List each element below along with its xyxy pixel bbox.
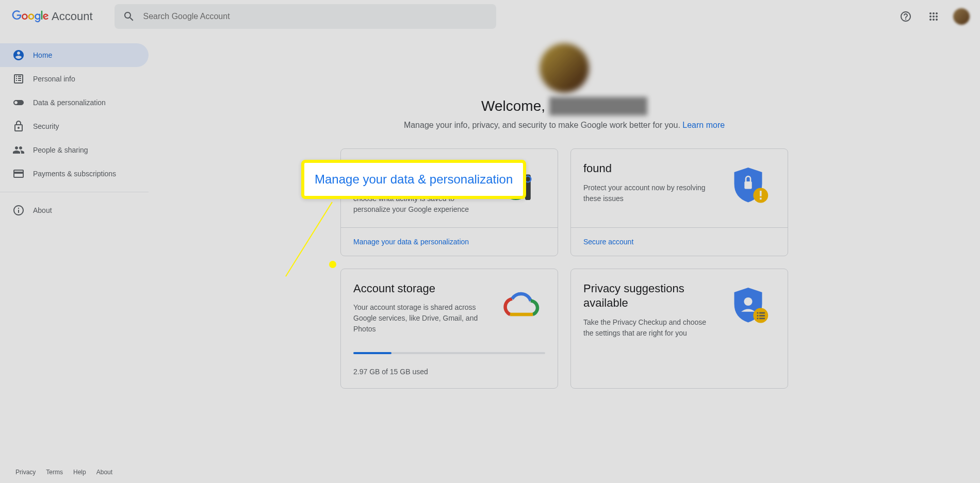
help-icon bbox=[900, 10, 912, 23]
nav-label: Payments & subscriptions bbox=[33, 170, 116, 178]
svg-rect-5 bbox=[744, 181, 752, 189]
search-icon bbox=[123, 10, 135, 23]
cloud-icon bbox=[496, 281, 545, 331]
nav-label: People & sharing bbox=[33, 146, 88, 154]
toggle-icon bbox=[12, 96, 25, 109]
account-button[interactable] bbox=[951, 6, 972, 27]
nav-people-sharing[interactable]: People & sharing bbox=[0, 138, 149, 162]
card-title: found bbox=[583, 161, 717, 176]
card-desc: Your account storage is shared across Go… bbox=[353, 302, 487, 335]
svg-rect-14 bbox=[759, 315, 765, 317]
storage-progress-fill bbox=[353, 352, 391, 354]
logo[interactable]: Account bbox=[8, 10, 93, 23]
card-security-issues: found Protect your account now by resolv… bbox=[570, 148, 788, 256]
nav-label: Security bbox=[33, 122, 59, 130]
person-circle-icon bbox=[12, 49, 25, 61]
svg-rect-15 bbox=[757, 318, 759, 319]
header: Account bbox=[0, 0, 980, 33]
learn-more-link[interactable]: Learn more bbox=[682, 121, 725, 129]
lock-icon bbox=[12, 120, 25, 132]
help-button[interactable] bbox=[895, 6, 916, 27]
nav-about[interactable]: About bbox=[0, 198, 149, 222]
svg-rect-13 bbox=[757, 315, 759, 317]
header-right bbox=[895, 6, 972, 27]
shield-lock-warning-icon bbox=[726, 161, 775, 211]
card-desc: Take the Privacy Checkup and choose the … bbox=[583, 317, 717, 339]
secure-account-link[interactable]: Secure account bbox=[583, 238, 633, 246]
nav-label: Data & personalization bbox=[33, 98, 106, 107]
svg-point-9 bbox=[744, 297, 752, 305]
nav-label: Personal info bbox=[33, 75, 75, 83]
logo-suffix: Account bbox=[52, 10, 93, 23]
card-storage: Account storage Your account storage is … bbox=[340, 269, 558, 389]
info-icon bbox=[12, 204, 25, 216]
card-title: Privacy suggestions available bbox=[583, 281, 717, 311]
svg-rect-8 bbox=[760, 198, 762, 200]
card-title: Account storage bbox=[353, 281, 487, 296]
svg-rect-7 bbox=[760, 191, 762, 196]
search-input[interactable] bbox=[143, 12, 488, 21]
nav-label: Home bbox=[33, 51, 52, 59]
google-logo-icon bbox=[11, 10, 50, 23]
welcome-heading: Welcome, bbox=[481, 97, 647, 115]
storage-progress bbox=[353, 352, 545, 354]
people-icon bbox=[12, 144, 25, 156]
svg-point-4 bbox=[526, 177, 530, 181]
manage-data-link[interactable]: Manage your data & personalization bbox=[353, 238, 469, 246]
nav-data-personalization[interactable]: Data & personalization bbox=[0, 91, 149, 114]
nav-label: About bbox=[33, 206, 52, 214]
shield-person-list-icon bbox=[726, 281, 775, 331]
welcome-prefix: Welcome, bbox=[481, 98, 545, 114]
credit-card-icon bbox=[12, 168, 25, 180]
nav-payments[interactable]: Payments & subscriptions bbox=[0, 162, 149, 186]
annotation-dot bbox=[329, 261, 336, 268]
welcome-subtitle: Manage your info, privacy, and security … bbox=[404, 121, 725, 130]
sidebar: Home Personal info Data & personalizatio… bbox=[0, 33, 149, 389]
annotation-callout: Manage your data & personalization bbox=[301, 160, 526, 199]
search-box[interactable] bbox=[115, 4, 496, 29]
nav-personal-info[interactable]: Personal info bbox=[0, 67, 149, 91]
card-desc: Protect your account now by resolving th… bbox=[583, 182, 717, 204]
card-privacy-suggestions: Privacy suggestions available Take the P… bbox=[570, 269, 788, 389]
apps-button[interactable] bbox=[923, 6, 944, 27]
storage-used-text: 2.97 GB of 15 GB used bbox=[353, 368, 545, 376]
welcome-name-redacted bbox=[549, 97, 647, 115]
svg-rect-11 bbox=[757, 312, 759, 313]
nav-security[interactable]: Security bbox=[0, 114, 149, 138]
avatar-icon bbox=[953, 8, 970, 25]
svg-rect-16 bbox=[759, 318, 765, 319]
search-wrap bbox=[115, 4, 496, 29]
nav-home[interactable]: Home bbox=[0, 43, 149, 67]
svg-rect-12 bbox=[759, 312, 765, 313]
id-card-icon bbox=[12, 73, 25, 85]
content: Welcome, Manage your info, privacy, and … bbox=[149, 33, 980, 389]
divider bbox=[0, 192, 149, 192]
profile-avatar bbox=[540, 43, 589, 93]
apps-icon bbox=[927, 10, 940, 23]
